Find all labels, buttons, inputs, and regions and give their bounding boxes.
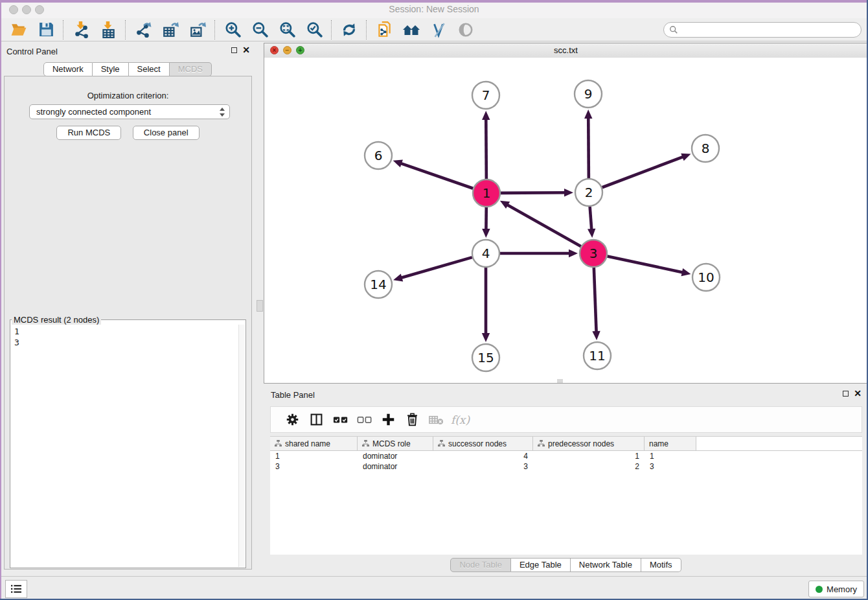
node-label: 4: [482, 246, 490, 261]
graph-node-15[interactable]: 15: [472, 344, 499, 371]
export-table-icon: [162, 21, 179, 38]
tab-node-table[interactable]: Node Table: [450, 558, 511, 572]
network-canvas[interactable]: 7968124314101511: [264, 58, 867, 383]
zoom-out-button[interactable]: [246, 19, 273, 40]
column-header-MCDS-role[interactable]: MCDS role: [358, 437, 433, 450]
column-header-predecessor-nodes[interactable]: predecessor nodes: [533, 437, 645, 450]
task-history-button[interactable]: [5, 580, 27, 598]
delete-table-button[interactable]: [424, 410, 448, 430]
criterion-select[interactable]: strongly connected component: [29, 104, 230, 119]
graph-edge-4-14[interactable]: [393, 257, 472, 281]
memory-button[interactable]: Memory: [808, 581, 864, 597]
table-cell: 2: [533, 462, 645, 471]
table-panel-title: Table Panel: [271, 390, 315, 400]
table-cell: 3: [645, 462, 696, 471]
column-header-shared-name[interactable]: shared name: [270, 437, 358, 450]
tab-mcds[interactable]: MCDS: [170, 62, 212, 76]
graph-node-14[interactable]: 14: [365, 271, 392, 298]
table-row[interactable]: 1dominator411: [270, 451, 862, 461]
graph-edge-4-15[interactable]: [482, 268, 490, 342]
tab-network-table[interactable]: Network Table: [571, 558, 641, 572]
hide-selected-button[interactable]: [452, 19, 479, 40]
table-mode-button[interactable]: [304, 410, 328, 430]
node-label: 1: [483, 185, 491, 201]
graph-edge-3-11[interactable]: [592, 268, 600, 340]
search-input[interactable]: [681, 25, 856, 35]
control-panel-tabs: NetworkStyleSelectMCDS: [0, 62, 255, 76]
function-builder-button[interactable]: f(x): [448, 410, 472, 430]
import-table-button[interactable]: [95, 19, 122, 40]
graph-node-2[interactable]: 2: [575, 179, 602, 206]
new-network-from-selection-button[interactable]: [371, 19, 398, 40]
mcds-result-text[interactable]: 1 3: [11, 325, 238, 567]
run-mcds-button[interactable]: Run MCDS: [56, 126, 121, 140]
graph-node-8[interactable]: 8: [692, 135, 719, 162]
os-titlebar: Session: New Session: [0, 0, 868, 18]
control-panel-close-button[interactable]: ✕: [242, 47, 250, 54]
column-header-label: name: [649, 439, 668, 448]
graph-edge-1-2[interactable]: [501, 189, 573, 196]
graph-node-11[interactable]: 11: [584, 342, 611, 369]
export-image-button[interactable]: [184, 19, 211, 40]
first-neighbors-icon: [402, 21, 420, 38]
table-row[interactable]: 3dominator323: [270, 461, 862, 472]
mcds-result-scrollbar[interactable]: [238, 325, 245, 567]
hide-all-columns-button[interactable]: [352, 410, 376, 430]
edge-arrowhead: [569, 249, 578, 257]
column-header-name[interactable]: name: [645, 437, 696, 450]
tab-network[interactable]: Network: [43, 62, 93, 76]
create-column-button[interactable]: [376, 410, 400, 430]
zoom-in-button[interactable]: [219, 19, 246, 40]
tab-edge-table[interactable]: Edge Table: [511, 558, 571, 572]
tab-motifs[interactable]: Motifs: [641, 558, 681, 572]
graph-edge-1-4[interactable]: [482, 207, 490, 238]
graph-node-7[interactable]: 7: [472, 82, 499, 109]
save-session-button[interactable]: [32, 19, 60, 40]
graph-node-4[interactable]: 4: [472, 240, 499, 267]
graph-node-9[interactable]: 9: [575, 80, 602, 108]
canvas-resize-grip[interactable]: [557, 379, 563, 383]
graphics-details-button[interactable]: [425, 19, 452, 40]
search-field[interactable]: [663, 22, 862, 38]
graph-edge-1-6[interactable]: [393, 160, 474, 189]
graph-edge-2-9[interactable]: [584, 110, 592, 178]
graph-edge-4-3[interactable]: [500, 249, 578, 257]
export-network-button[interactable]: [130, 19, 157, 40]
splitter-handle[interactable]: [257, 300, 263, 312]
edge-arrowhead: [482, 229, 490, 238]
graph-edge-1-7[interactable]: [482, 111, 490, 179]
control-panel-float-button[interactable]: [231, 47, 237, 53]
vertical-splitter[interactable]: [255, 43, 264, 577]
column-header-successor-nodes[interactable]: successor nodes: [433, 437, 533, 450]
graph-edge-2-8[interactable]: [602, 154, 691, 188]
tab-select[interactable]: Select: [129, 62, 170, 76]
graph-node-10[interactable]: 10: [692, 264, 720, 291]
graph-edge-2-3[interactable]: [588, 207, 595, 238]
table-panel-float-button[interactable]: [843, 391, 849, 397]
first-neighbors-button[interactable]: [398, 19, 425, 40]
control-panel-title: Control Panel: [6, 47, 58, 56]
graph-node-1[interactable]: 1: [473, 179, 500, 207]
column-header-label: predecessor nodes: [548, 439, 614, 448]
table-panel-close-button[interactable]: ✕: [854, 390, 862, 397]
column-settings-button[interactable]: [280, 410, 304, 430]
tab-style[interactable]: Style: [93, 62, 129, 76]
apply-layout-button[interactable]: [336, 19, 363, 40]
graph-edge-3-10[interactable]: [608, 257, 691, 277]
close-panel-button[interactable]: Close panel: [133, 126, 200, 140]
import-table-icon: [100, 21, 117, 38]
node-label: 9: [584, 86, 593, 102]
edge-arrowhead: [393, 160, 403, 168]
graph-node-3[interactable]: 3: [580, 240, 607, 267]
graph-edge-3-1[interactable]: [500, 201, 581, 246]
import-network-button[interactable]: [67, 19, 95, 40]
show-all-columns-button[interactable]: [328, 410, 352, 430]
export-table-button[interactable]: [157, 19, 184, 40]
open-session-button[interactable]: [5, 19, 32, 40]
toolbar-separator: [366, 20, 367, 40]
column-hierarchy-icon: [438, 440, 445, 447]
delete-columns-button[interactable]: [400, 410, 424, 430]
zoom-fit-button[interactable]: [273, 19, 301, 40]
graph-node-6[interactable]: 6: [365, 142, 392, 169]
zoom-selected-button[interactable]: [301, 19, 328, 40]
